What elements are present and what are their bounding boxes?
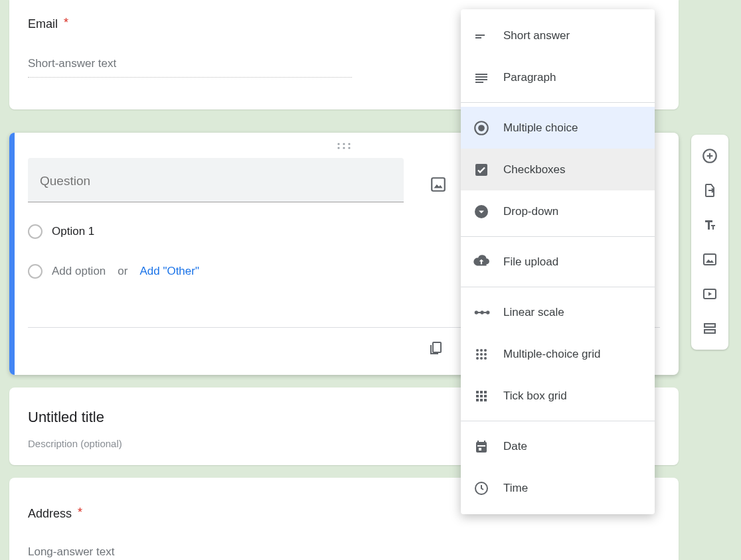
svg-point-0 [337, 143, 339, 145]
radio-icon [28, 224, 42, 239]
svg-rect-43 [477, 441, 479, 443]
type-tick-grid[interactable]: Tick box grid [461, 375, 655, 417]
svg-point-27 [480, 353, 483, 356]
short-answer-icon [471, 26, 491, 46]
type-checkboxes[interactable]: Checkboxes [461, 149, 655, 190]
section-title-text[interactable]: Untitled title [28, 409, 104, 426]
add-other-link[interactable]: Add "Other" [139, 265, 199, 278]
import-questions-button[interactable] [691, 173, 728, 208]
add-video-button[interactable] [691, 277, 728, 311]
linear-scale-icon [471, 303, 491, 322]
active-indicator [9, 133, 15, 375]
section-description-text[interactable]: Description (optional) [28, 438, 122, 449]
dot-grid-icon [471, 344, 491, 364]
address-answer-placeholder: Long-answer text [28, 545, 114, 559]
option-1-label[interactable]: Option 1 [52, 225, 94, 238]
drag-handle-icon[interactable] [336, 142, 352, 150]
question-title-input[interactable] [28, 158, 404, 202]
type-checkboxes-label: Checkboxes [503, 163, 566, 176]
radio-icon [28, 264, 42, 279]
add-option-row[interactable]: Add option or Add "Other" [28, 264, 199, 279]
add-section-button[interactable] [691, 311, 728, 346]
svg-rect-39 [480, 399, 483, 401]
svg-point-18 [475, 311, 478, 314]
svg-rect-40 [484, 399, 487, 401]
svg-rect-8 [475, 35, 485, 36]
svg-point-24 [480, 349, 483, 352]
side-toolbar [691, 135, 728, 350]
svg-rect-51 [704, 324, 715, 327]
option-row-1[interactable]: Option 1 [28, 224, 94, 239]
svg-point-20 [480, 311, 483, 314]
svg-point-31 [484, 357, 487, 360]
type-paragraph[interactable]: Paragraph [461, 56, 655, 98]
svg-rect-38 [476, 399, 479, 401]
svg-rect-34 [484, 391, 487, 393]
svg-rect-52 [704, 330, 715, 333]
svg-point-15 [478, 125, 485, 131]
svg-point-1 [343, 143, 345, 145]
svg-point-29 [476, 357, 479, 360]
svg-rect-7 [433, 342, 441, 352]
type-dropdown-label: Drop-down [503, 205, 558, 218]
type-short-answer[interactable]: Short answer [461, 15, 655, 56]
duplicate-button[interactable] [422, 335, 449, 362]
svg-rect-44 [484, 441, 485, 443]
svg-point-30 [480, 357, 483, 360]
add-question-button[interactable] [691, 139, 728, 173]
svg-point-4 [343, 147, 345, 149]
svg-rect-9 [475, 37, 481, 38]
email-answer-placeholder: Short-answer text [28, 57, 352, 78]
address-label: Address * [28, 507, 82, 521]
svg-rect-36 [480, 395, 483, 397]
checkbox-icon [471, 160, 491, 180]
svg-rect-21 [483, 311, 486, 313]
or-text: or [118, 265, 127, 278]
add-image-button[interactable] [424, 170, 453, 199]
svg-rect-32 [476, 391, 479, 393]
svg-point-2 [348, 143, 350, 145]
email-label-text: Email [28, 17, 58, 31]
svg-point-22 [486, 311, 489, 314]
svg-rect-13 [475, 82, 483, 83]
type-file-upload[interactable]: File upload [461, 241, 655, 283]
type-mc-grid[interactable]: Multiple-choice grid [461, 333, 655, 375]
cloud-upload-icon [471, 252, 491, 272]
email-label: Email * [28, 17, 68, 31]
svg-rect-37 [484, 395, 487, 397]
question-input-wrap [28, 158, 404, 202]
type-short-answer-label: Short answer [503, 29, 570, 42]
type-multiple-choice[interactable]: Multiple choice [461, 107, 655, 149]
question-type-menu: Short answer Paragraph Multiple choice C… [461, 9, 655, 514]
add-image-toolbar-button[interactable] [691, 242, 728, 277]
svg-rect-12 [475, 79, 487, 80]
svg-rect-19 [478, 311, 481, 313]
svg-rect-10 [475, 74, 487, 75]
paragraph-icon [471, 68, 491, 88]
type-dropdown[interactable]: Drop-down [461, 190, 655, 232]
type-mc-grid-label: Multiple-choice grid [503, 348, 600, 361]
type-multiple-choice-label: Multiple choice [503, 121, 578, 135]
type-tick-grid-label: Tick box grid [503, 389, 567, 403]
dropdown-icon [471, 202, 491, 222]
type-linear-scale[interactable]: Linear scale [461, 291, 655, 333]
svg-point-28 [484, 353, 487, 356]
calendar-icon [471, 437, 491, 456]
menu-divider [461, 236, 655, 237]
add-title-button[interactable] [691, 208, 728, 242]
required-star: * [64, 16, 68, 29]
svg-rect-6 [432, 178, 445, 191]
type-time-label: Time [503, 482, 528, 495]
svg-rect-33 [480, 391, 483, 393]
svg-point-26 [476, 353, 479, 356]
required-star: * [78, 506, 82, 519]
svg-point-23 [476, 349, 479, 352]
svg-point-5 [348, 147, 350, 149]
address-label-text: Address [28, 507, 72, 520]
add-option-text[interactable]: Add option [52, 265, 106, 278]
type-time[interactable]: Time [461, 467, 655, 509]
clock-icon [471, 478, 491, 498]
radio-selected-icon [471, 118, 491, 138]
type-date[interactable]: Date [461, 425, 655, 467]
svg-rect-49 [704, 254, 716, 265]
